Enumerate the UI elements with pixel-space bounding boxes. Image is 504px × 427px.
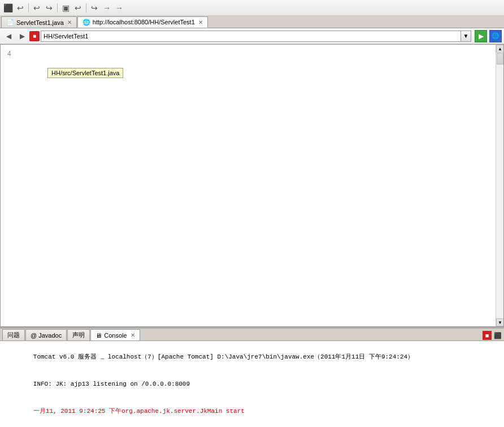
toolbar-icon-4[interactable]: ↪ bbox=[44, 2, 55, 14]
console-stop-button[interactable]: ■ bbox=[483, 331, 492, 340]
console-text-1: 一月11, 2011 9:24:25 下午org.apache.jk.serve… bbox=[33, 408, 245, 415]
toolbar-icon-8[interactable]: → bbox=[101, 2, 112, 14]
editor-section: 4 ▲ ▼ bbox=[0, 44, 504, 328]
top-toolbar: ⬛ ↩ ↩ ↪ ▣ ↩ ↪ → → bbox=[0, 0, 504, 16]
toolbar-separator-1 bbox=[28, 3, 29, 12]
file-tooltip-text: HH/src/ServletTest1.java bbox=[51, 70, 119, 76]
scrollbar-thumb[interactable] bbox=[497, 53, 503, 64]
toolbar-icon-2[interactable]: ↩ bbox=[15, 2, 26, 14]
toolbar-icon-5[interactable]: ▣ bbox=[60, 2, 71, 14]
main-content: 4 ▲ ▼ bbox=[0, 44, 504, 327]
nav-bar: ◀ ▶ ■ HH/src/ServletTest1.java ▼ ▶ 🌐 bbox=[0, 28, 504, 44]
tab-servlettest1-java[interactable]: 📄 ServletTest1.java ✕ bbox=[1, 16, 77, 28]
forward-button[interactable]: ▶ bbox=[16, 30, 28, 42]
console-action-button[interactable]: ⬛ bbox=[493, 330, 503, 340]
tab-issues-label: 问题 bbox=[7, 331, 20, 339]
web-icon: 🌐 bbox=[82, 19, 90, 26]
url-dropdown-button[interactable]: ▼ bbox=[461, 31, 471, 42]
toolbar-icon-3[interactable]: ↩ bbox=[31, 2, 42, 14]
toolbar-separator-2 bbox=[57, 3, 58, 12]
toolbar-icon-6[interactable]: ↩ bbox=[72, 2, 84, 14]
bottom-panel: 问题 @ Javadoc 声明 🖥 Console ✕ ■ ⬛ Tomcat v… bbox=[0, 328, 504, 427]
tab-javadoc[interactable]: @ Javadoc bbox=[25, 329, 67, 340]
tab-close-url[interactable]: ✕ bbox=[198, 19, 203, 25]
tab-javadoc-label: @ Javadoc bbox=[31, 332, 62, 339]
tab-console[interactable]: 🖥 Console ✕ bbox=[90, 329, 140, 340]
console-line-0: INFO: JK: ajp13 listening on /0.0.0.0:80… bbox=[3, 370, 501, 398]
tab-bar: 📄 ServletTest1.java ✕ 🌐 http://localhost… bbox=[0, 16, 504, 28]
run-icon: ▶ bbox=[479, 32, 484, 40]
run-button[interactable]: ▶ bbox=[475, 30, 487, 42]
stop-button[interactable]: ■ bbox=[29, 31, 40, 41]
console-line-2: INFO: Jk running ID=0 time=0/25 config=n… bbox=[3, 425, 501, 427]
console-title-text: Tomcat v6.0 服务器 _ localhost（7）[Apache To… bbox=[33, 353, 414, 360]
tab-close-java[interactable]: ✕ bbox=[67, 19, 72, 25]
tab-console-label: Console bbox=[104, 332, 127, 339]
toolbar-separator-3 bbox=[86, 3, 86, 12]
toolbar-icon-1[interactable]: ⬛ bbox=[2, 2, 14, 14]
tab-label-java: ServletTest1.java bbox=[16, 19, 64, 26]
tab-declaration[interactable]: 声明 bbox=[67, 329, 90, 340]
file-tooltip: HH/src/ServletTest1.java bbox=[47, 68, 123, 78]
tab-issues[interactable]: 问题 bbox=[2, 329, 25, 340]
bottom-tab-right-buttons: ■ ⬛ bbox=[483, 330, 503, 340]
toolbar-icon-7[interactable]: ↪ bbox=[89, 2, 100, 14]
tab-label-url: http://localhost:8080/HH/ServletTest1 bbox=[93, 19, 195, 25]
bottom-tab-bar: 问题 @ Javadoc 声明 🖥 Console ✕ ■ ⬛ bbox=[0, 329, 504, 341]
java-file-icon: 📄 bbox=[6, 19, 14, 26]
console-output: Tomcat v6.0 服务器 _ localhost（7）[Apache To… bbox=[0, 341, 504, 427]
tab-localhost-url[interactable]: 🌐 http://localhost:8080/HH/ServletTest1 … bbox=[77, 16, 208, 28]
app-container: ⬛ ↩ ↩ ↪ ▣ ↩ ↪ → → 📄 ServletTest1.java ✕ … bbox=[0, 0, 504, 427]
console-text-0: INFO: JK: ajp13 listening on /0.0.0.0:80… bbox=[33, 381, 190, 387]
line-number: 4 bbox=[7, 50, 11, 58]
browser-button[interactable]: 🌐 bbox=[489, 30, 502, 42]
browser-icon: 🌐 bbox=[492, 32, 499, 40]
tab-declaration-label: 声明 bbox=[72, 331, 85, 339]
content-area: 4 bbox=[1, 45, 503, 62]
console-title-line: Tomcat v6.0 服务器 _ localhost（7）[Apache To… bbox=[3, 343, 501, 370]
right-scrollbar[interactable]: ▲ ▼ bbox=[496, 45, 503, 326]
tab-close-console[interactable]: ✕ bbox=[131, 332, 135, 338]
scroll-down-arrow[interactable]: ▼ bbox=[496, 318, 504, 326]
scroll-up-arrow[interactable]: ▲ bbox=[496, 45, 504, 53]
console-line-1: 一月11, 2011 9:24:25 下午org.apache.jk.serve… bbox=[3, 398, 501, 425]
url-input[interactable] bbox=[41, 31, 461, 42]
console-icon: 🖥 bbox=[95, 332, 102, 339]
url-container: ▼ bbox=[41, 31, 471, 42]
toolbar-icon-9[interactable]: → bbox=[114, 2, 125, 14]
back-button[interactable]: ◀ bbox=[2, 30, 15, 42]
